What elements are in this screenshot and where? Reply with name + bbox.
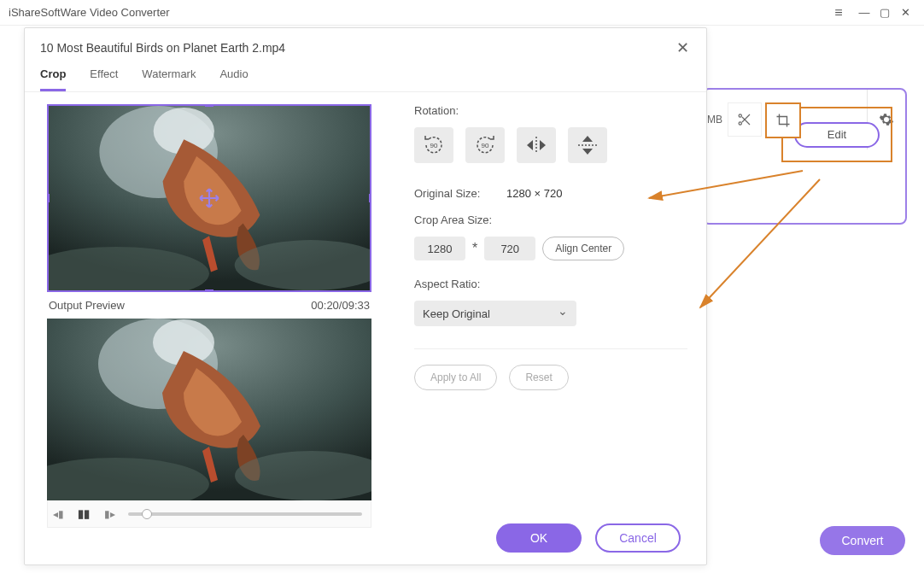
preview-column: Output Preview 00:20/09:33 ◂▮ (47, 104, 371, 507)
next-button[interactable]: ▮▸ (102, 508, 116, 520)
tab-audio[interactable]: Audio (219, 67, 248, 91)
seek-thumb[interactable] (142, 509, 152, 519)
preview-time: 00:20/09:33 (311, 299, 370, 312)
dialog-footer: OK Cancel (25, 523, 706, 553)
app-title: iShareSoftWare Video Converter (9, 6, 828, 19)
svg-text:90: 90 (482, 142, 489, 149)
close-button[interactable]: ✕ (895, 6, 915, 19)
svg-point-1 (739, 122, 741, 125)
pause-button[interactable]: ▮▮ (77, 507, 91, 520)
convert-button[interactable]: Convert (820, 526, 905, 555)
original-size-value: 1280 × 720 (506, 187, 562, 200)
apply-to-all-label: Apply to All (430, 371, 481, 383)
dialog-header: 10 Most Beautiful Birds on Planet Earth … (25, 28, 706, 62)
edit-button-label: Edit (828, 128, 846, 141)
divider (414, 348, 687, 349)
minimize-button[interactable]: — (854, 6, 874, 19)
reset-label: Reset (525, 371, 552, 383)
titlebar: iShareSoftWare Video Converter ≡ — ▢ ✕ (0, 0, 924, 26)
apply-to-all-button[interactable]: Apply to All (414, 365, 497, 390)
crop-width-input[interactable] (414, 237, 465, 260)
ok-button[interactable]: OK (496, 523, 582, 553)
convert-button-label: Convert (841, 534, 883, 547)
crop-tool-highlight (765, 102, 801, 138)
cut-button[interactable] (728, 102, 762, 137)
original-size-label: Original Size: (414, 187, 493, 200)
flip-vertical-button[interactable] (568, 127, 607, 163)
rotate-ccw-icon: 90 (421, 133, 447, 157)
multiply-symbol: * (472, 241, 477, 256)
reset-button[interactable]: Reset (509, 365, 568, 390)
output-preview-label: Output Preview (49, 299, 125, 312)
tab-effect[interactable]: Effect (90, 67, 118, 91)
maximize-button[interactable]: ▢ (874, 6, 895, 19)
controls-column: Rotation: 90 90 (414, 104, 687, 507)
cancel-label: Cancel (619, 531, 657, 545)
crop-preview[interactable] (47, 104, 371, 292)
rotate-ccw-button[interactable]: 90 (414, 127, 453, 163)
dialog-title: 10 Most Beautiful Birds on Planet Earth … (40, 41, 674, 55)
menu-icon[interactable]: ≡ (828, 5, 849, 20)
tab-watermark[interactable]: Watermark (142, 67, 196, 91)
crop-area-label: Crop Area Size: (414, 213, 687, 226)
dialog-close-button[interactable]: ✕ (674, 38, 691, 57)
align-center-button[interactable]: Align Center (542, 237, 624, 260)
scissors-icon (737, 112, 752, 127)
rotate-cw-icon: 90 (472, 133, 498, 157)
flip-horizontal-button[interactable] (517, 127, 556, 163)
seek-slider[interactable] (128, 512, 362, 516)
flip-vertical-icon (575, 133, 600, 157)
cancel-button[interactable]: Cancel (595, 523, 681, 553)
svg-text:90: 90 (430, 142, 438, 149)
prev-button[interactable]: ◂▮ (51, 508, 65, 520)
rotate-cw-button[interactable]: 90 (465, 127, 505, 163)
dialog-tabs: Crop Effect Watermark Audio (25, 62, 706, 92)
flip-horizontal-icon (523, 133, 549, 157)
aspect-ratio-select[interactable]: Keep Original (414, 301, 576, 326)
output-image (47, 319, 371, 500)
move-icon (198, 187, 220, 209)
align-center-label: Align Center (555, 243, 611, 254)
tab-crop[interactable]: Crop (40, 67, 66, 91)
crop-height-input[interactable] (484, 237, 535, 260)
ok-label: OK (530, 531, 547, 545)
aspect-ratio-label: Aspect Ratio: (414, 278, 687, 290)
crop-icon[interactable] (775, 113, 791, 128)
edit-button[interactable]: Edit (794, 122, 880, 148)
rotation-label: Rotation: (414, 104, 687, 117)
edit-dialog: 10 Most Beautiful Birds on Planet Earth … (24, 27, 707, 565)
output-preview (47, 319, 371, 500)
svg-point-0 (739, 114, 741, 117)
